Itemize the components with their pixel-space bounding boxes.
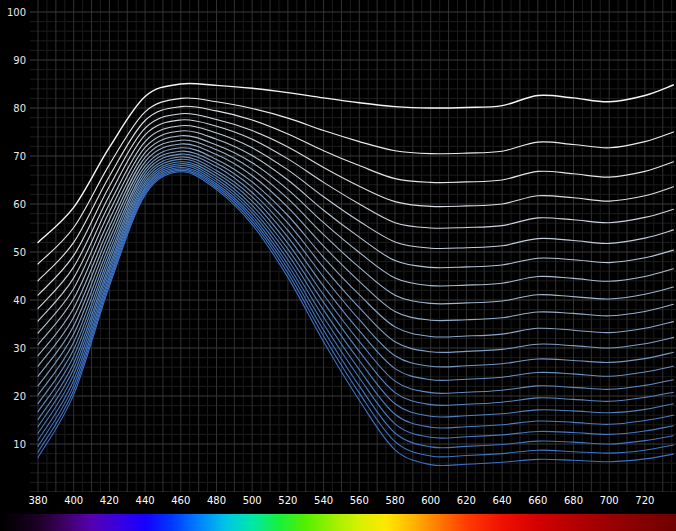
spectral-chart: 102030405060708090100 — [0, 0, 676, 492]
x-tick-label: 480 — [202, 495, 232, 506]
y-tick-label: 10 — [13, 439, 26, 450]
x-tick-label: 620 — [451, 495, 481, 506]
y-tick-label: 20 — [13, 391, 26, 402]
curves — [38, 83, 674, 465]
y-tick-label: 30 — [13, 343, 26, 354]
x-tick-label: 520 — [273, 495, 303, 506]
y-tick-label: 50 — [13, 247, 26, 258]
y-tick-label: 70 — [13, 151, 26, 162]
x-tick-label: 700 — [594, 495, 624, 506]
y-tick-label: 100 — [7, 7, 26, 18]
x-tick-label: 420 — [94, 495, 124, 506]
x-tick-label: 560 — [344, 495, 374, 506]
x-tick-label: 460 — [166, 495, 196, 506]
x-tick-label: 440 — [130, 495, 160, 506]
spectral-curve-09 — [38, 140, 674, 356]
spectral-curve-07 — [38, 131, 674, 333]
x-tick-label: 580 — [380, 495, 410, 506]
spectrum-color-bar — [0, 514, 676, 531]
spectral-chart-screen: 102030405060708090100 380400420440460480… — [0, 0, 676, 531]
x-tick-label: 600 — [416, 495, 446, 506]
y-tick-label: 80 — [13, 103, 26, 114]
y-tick-label: 40 — [13, 295, 26, 306]
y-tick-label: 90 — [13, 55, 26, 66]
x-tick-label: 640 — [487, 495, 517, 506]
x-tick-label: 720 — [630, 495, 660, 506]
x-tick-label: 680 — [559, 495, 589, 506]
x-tick-label: 500 — [237, 495, 267, 506]
x-tick-label: 400 — [59, 495, 89, 506]
grid — [30, 0, 676, 492]
x-tick-label: 540 — [309, 495, 339, 506]
x-tick-label: 380 — [23, 495, 53, 506]
x-axis-labels: 3804004204404604805005205405605806006206… — [0, 492, 676, 514]
y-axis-labels: 102030405060708090100 — [7, 7, 26, 450]
y-tick-label: 60 — [13, 199, 26, 210]
x-tick-label: 660 — [523, 495, 553, 506]
